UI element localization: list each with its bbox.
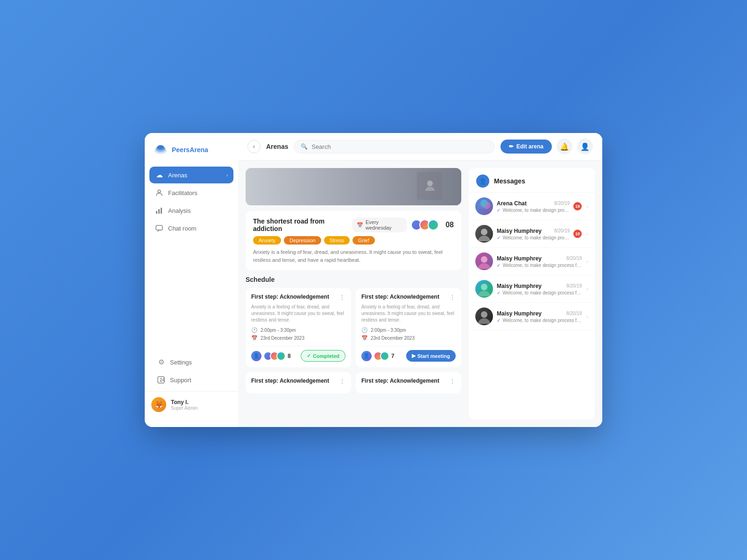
message-text-2: ✓ Welcome, to make design process faster… bbox=[497, 263, 582, 268]
card-1-count: 8 bbox=[288, 353, 291, 359]
logo-icon bbox=[153, 142, 168, 157]
svg-point-16 bbox=[481, 256, 487, 263]
card-4-menu[interactable]: ⋮ bbox=[449, 378, 456, 385]
svg-rect-7 bbox=[161, 208, 162, 214]
sidebar-item-settings[interactable]: ⚙ Settings bbox=[151, 354, 232, 371]
logo-text: PeersArena bbox=[172, 146, 208, 154]
calendar-icon-2: 📅 bbox=[361, 335, 368, 341]
message-time-2: 8/20/19 bbox=[566, 256, 582, 261]
card-1-time: 2:00pm - 3:30pm bbox=[261, 328, 296, 333]
message-text-4: ✓ Welcome, to make design process faster… bbox=[497, 318, 582, 323]
facilitators-label: Facilitators bbox=[168, 189, 197, 196]
card-2-title: First step: Acknowledgement bbox=[361, 294, 449, 300]
start-meeting-button[interactable]: ▶ Start meeting bbox=[406, 350, 456, 362]
card-2-count: 7 bbox=[391, 353, 395, 359]
svg-point-18 bbox=[481, 311, 487, 318]
schedule-card-1: First step: Acknowledgement ⋮ Anxiety is… bbox=[246, 288, 351, 367]
user-profile[interactable]: 🦊 Tony I. Super Admin bbox=[145, 391, 238, 418]
svg-point-17 bbox=[481, 284, 487, 290]
card-2-menu[interactable]: ⋮ bbox=[449, 294, 456, 301]
header: ‹ Arenas 🔍 ✏ Edit arena 🔔 👤 bbox=[238, 133, 602, 161]
search-bar[interactable]: 🔍 bbox=[294, 140, 495, 154]
card-1-desc: Anxiety is a feeling of fear, dread, and… bbox=[251, 304, 345, 323]
main-content: ‹ Arenas 🔍 ✏ Edit arena 🔔 👤 bbox=[238, 133, 602, 427]
message-text-0: ✓ Welcome, to make design process faster… bbox=[497, 208, 570, 213]
card-1-menu[interactable]: ⋮ bbox=[339, 294, 345, 301]
user-name: Tony I. bbox=[171, 399, 197, 406]
message-badge-0: 16 bbox=[573, 202, 582, 210]
message-time-1: 8/20/19 bbox=[554, 228, 570, 233]
facilitators-icon bbox=[155, 189, 163, 197]
card-2-date: 23rd December 2023 bbox=[371, 336, 415, 341]
edit-arena-button[interactable]: ✏ Edit arena bbox=[500, 140, 552, 154]
left-panel: The shortest road from addiction 📅 Every… bbox=[246, 168, 461, 420]
user-button[interactable]: 👤 bbox=[577, 139, 593, 154]
message-avatar-1 bbox=[475, 225, 493, 243]
schedule-grid: First step: Acknowledgement ⋮ Anxiety is… bbox=[246, 288, 461, 393]
schedule-title: Schedule bbox=[246, 276, 461, 283]
tag-stress: Stress bbox=[324, 236, 350, 245]
sidebar-item-support[interactable]: 24 Support bbox=[151, 371, 232, 388]
message-time-4: 8/20/19 bbox=[566, 311, 582, 316]
arena-info: The shortest road from addiction 📅 Every… bbox=[246, 211, 461, 270]
notifications-button[interactable]: 🔔 bbox=[557, 139, 572, 154]
message-item-2[interactable]: Maisy Humphrey 8/20/19 ✓ Welcome, to mak… bbox=[469, 248, 595, 275]
clock-icon-1: 🕐 bbox=[251, 327, 258, 333]
card-2-time: 2:00pm - 3:30pm bbox=[371, 328, 406, 333]
avatars-stack bbox=[411, 219, 439, 231]
card-4-title: First step: Acknowledgement bbox=[361, 378, 449, 384]
svg-point-4 bbox=[158, 190, 161, 193]
schedule-section: Schedule First step: Acknowledgement ⋮ A… bbox=[246, 276, 461, 393]
tag-anxiety: Anxiety bbox=[253, 236, 281, 245]
message-item-1[interactable]: Maisy Humphrey 8/20/19 ✓ Welcome, to mak… bbox=[469, 220, 595, 248]
chevron-icon-2: › bbox=[586, 259, 588, 264]
arena-meta: 📅 Every wednesday 08 bbox=[352, 217, 454, 232]
message-text-1: ✓ Welcome, to make design process faster… bbox=[497, 235, 570, 240]
search-input[interactable] bbox=[311, 143, 488, 150]
card-1-title: First step: Acknowledgement bbox=[251, 294, 339, 300]
calendar-icon: 📅 bbox=[357, 222, 363, 228]
card-2-host-avatar: 👤 bbox=[361, 351, 372, 361]
sidebar-item-arenas[interactable]: ☁ Arenas › bbox=[149, 167, 233, 183]
message-item-3[interactable]: Maisy Humphrey 8/20/19 ✓ Welcome, to mak… bbox=[469, 275, 595, 303]
completed-button[interactable]: ✓ Completed bbox=[301, 350, 345, 362]
message-avatar-4 bbox=[475, 308, 493, 325]
svg-rect-8 bbox=[156, 225, 162, 230]
message-sender-3: Maisy Humphrey bbox=[497, 283, 542, 289]
message-avatar-2 bbox=[475, 252, 493, 270]
sidebar-item-chatroom[interactable]: Chat room bbox=[149, 220, 233, 237]
right-panel: 👤 Messages bbox=[469, 168, 595, 420]
chevron-icon-1: › bbox=[586, 231, 588, 237]
card-3-menu[interactable]: ⋮ bbox=[339, 378, 345, 385]
arena-title: The shortest road from addiction bbox=[253, 217, 352, 232]
schedule-badge: 📅 Every wednesday bbox=[352, 217, 407, 232]
search-icon: 🔍 bbox=[301, 143, 308, 150]
card-3-title: First step: Acknowledgement bbox=[251, 378, 339, 384]
card-2-desc: Anxiety is a feeling of fear, dread, and… bbox=[361, 304, 456, 323]
clock-icon-2: 🕐 bbox=[361, 327, 368, 333]
svg-point-14 bbox=[480, 200, 488, 207]
svg-point-3 bbox=[157, 145, 164, 149]
message-text-3: ✓ Welcome, to make design process faster… bbox=[497, 290, 582, 295]
content-area: The shortest road from addiction 📅 Every… bbox=[238, 161, 602, 427]
schedule-card-4: First step: Acknowledgement ⋮ bbox=[356, 372, 461, 393]
message-item-4[interactable]: Maisy Humphrey 8/20/19 ✓ Welcome, to mak… bbox=[469, 303, 595, 330]
support-label: Support bbox=[170, 377, 191, 384]
message-item-0[interactable]: Arena Chat 8/20/19 ✓ Welcome, to make de… bbox=[469, 193, 595, 220]
tag-depression: Depression bbox=[284, 236, 321, 245]
chatroom-label: Chat room bbox=[168, 225, 197, 232]
back-button[interactable]: ‹ bbox=[247, 140, 261, 153]
message-list: Arena Chat 8/20/19 ✓ Welcome, to make de… bbox=[469, 193, 595, 420]
message-time-3: 8/20/19 bbox=[566, 283, 582, 288]
logo: PeersArena bbox=[145, 142, 238, 167]
analysis-icon bbox=[155, 206, 163, 215]
sidebar-item-analysis[interactable]: Analysis bbox=[149, 202, 233, 219]
svg-rect-6 bbox=[158, 209, 160, 214]
arenas-icon: ☁ bbox=[155, 171, 163, 179]
calendar-icon-1: 📅 bbox=[251, 335, 258, 341]
chevron-icon-4: › bbox=[586, 314, 588, 319]
messages-icon: 👤 bbox=[476, 175, 489, 188]
message-sender-2: Maisy Humphrey bbox=[497, 255, 542, 262]
chevron-icon: › bbox=[226, 173, 228, 178]
sidebar-item-facilitators[interactable]: Facilitators bbox=[149, 184, 233, 201]
